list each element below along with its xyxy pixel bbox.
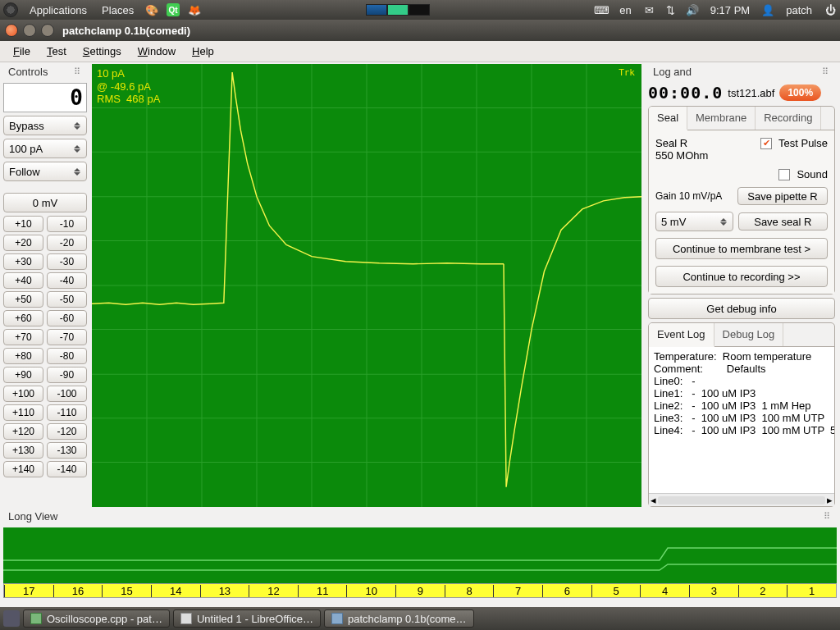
range-combo[interactable]: 100 pA [3, 139, 87, 158]
tab-debug-log[interactable]: Debug Log [714, 323, 784, 346]
ruler-tick: 3 [689, 585, 738, 597]
menu-settings[interactable]: Settings [76, 43, 128, 60]
chevron-updown-icon [73, 145, 81, 153]
ruler-tick: 17 [4, 585, 53, 597]
keyboard-icon[interactable]: ⌨ [595, 3, 608, 16]
voltage-step-button[interactable]: -130 [47, 442, 87, 459]
save-seal-button[interactable]: Save seal R [738, 212, 828, 231]
voltage-step-button[interactable]: -90 [47, 367, 87, 383]
ruler-tick: 6 [542, 585, 591, 597]
log-line: Comment: Defaults [654, 363, 829, 375]
ruler-tick: 10 [346, 585, 395, 597]
sound-checkbox[interactable]: Sound [778, 168, 828, 180]
test-pulse-checkbox[interactable]: ✔ Test Pulse [760, 137, 828, 149]
scroll-thumb[interactable] [658, 496, 825, 504]
scroll-left-icon[interactable]: ◂ [651, 494, 656, 506]
readout-display: 0 [3, 83, 87, 112]
voltage-step-button[interactable]: +30 [3, 253, 43, 270]
user-icon[interactable]: 👤 [761, 3, 774, 16]
qt-icon[interactable]: Qt [167, 3, 180, 16]
panel-handle-icon[interactable]: ⠿ [822, 66, 830, 77]
voltage-step-button[interactable]: +60 [3, 310, 43, 326]
log-panel: Event Log Debug Log Temperature: Room te… [648, 322, 835, 507]
voltage-step-button[interactable]: +40 [3, 272, 43, 289]
voltage-step-button[interactable]: -80 [47, 348, 87, 364]
network-icon[interactable]: ⇅ [664, 3, 678, 16]
menu-file[interactable]: File [7, 43, 37, 60]
tab-seal[interactable]: Seal [649, 107, 687, 130]
voltage-step-grid: +10-10+20-20+30-30+40-40+50-50+60-60+70-… [3, 216, 87, 477]
firefox-icon[interactable]: 🦊 [188, 3, 201, 16]
continue-membrane-button[interactable]: Continue to membrane test > [655, 238, 828, 259]
scope-panel: 10 pA @ -49.6 pA RMS 468 pA Trk [90, 62, 643, 509]
zero-mv-button[interactable]: 0 mV [3, 193, 87, 212]
panel-handle-icon[interactable]: ⠿ [824, 511, 832, 522]
tab-event-log[interactable]: Event Log [649, 323, 714, 347]
voltage-step-button[interactable]: -60 [47, 310, 87, 326]
voltage-step-button[interactable]: -30 [47, 253, 87, 270]
applications-menu[interactable]: Applications [26, 4, 90, 16]
longview-ruler[interactable]: 1716151413121110987654321 [3, 583, 837, 598]
timer-display: 00:00.0 [648, 83, 723, 103]
voltage-step-button[interactable]: -20 [47, 235, 87, 251]
app-icon [331, 613, 343, 624]
window-minimize-button[interactable] [23, 24, 36, 37]
show-desktop-icon[interactable] [3, 610, 20, 627]
voltage-step-button[interactable]: +110 [3, 404, 43, 421]
voltage-step-button[interactable]: -140 [47, 461, 87, 477]
voltage-step-button[interactable]: +70 [3, 329, 43, 345]
window-maximize-button[interactable] [41, 24, 54, 37]
longview-display[interactable] [3, 527, 837, 583]
voltage-step-button[interactable]: +90 [3, 367, 43, 383]
checkbox-icon [778, 169, 790, 180]
continue-recording-button[interactable]: Continue to recording >> [655, 266, 828, 287]
panel-handle-icon[interactable]: ⠿ [74, 66, 82, 77]
task-patchclamp[interactable]: patchclamp 0.1b(come… [324, 609, 474, 628]
oscilloscope-display[interactable]: 10 pA @ -49.6 pA RMS 468 pA Trk [92, 64, 641, 507]
get-debug-button[interactable]: Get debug info [648, 298, 835, 319]
voltage-step-button[interactable]: +80 [3, 348, 43, 364]
voltage-step-button[interactable]: +130 [3, 442, 43, 459]
menu-help[interactable]: Help [185, 43, 221, 60]
workspace-indicator[interactable] [366, 4, 430, 16]
voltage-step-button[interactable]: +50 [3, 291, 43, 308]
log-body[interactable]: Temperature: Room temperatureComment: De… [649, 347, 834, 493]
mode-combo-label: Bypass [9, 120, 44, 132]
voltage-step-button[interactable]: -50 [47, 291, 87, 308]
mode-combo[interactable]: Bypass [3, 116, 87, 135]
voltage-step-button[interactable]: +140 [3, 461, 43, 477]
voltage-step-button[interactable]: -110 [47, 404, 87, 421]
lang-indicator[interactable]: en [616, 4, 634, 16]
ubuntu-logo-icon[interactable] [3, 2, 18, 17]
follow-combo[interactable]: Follow [3, 162, 87, 181]
save-pipette-button[interactable]: Save pipette R [737, 187, 828, 205]
menu-test[interactable]: Test [40, 43, 73, 60]
voltage-step-button[interactable]: +10 [3, 216, 43, 232]
window-titlebar[interactable]: patchclamp 0.1b(comedi) [0, 20, 840, 41]
menu-window[interactable]: Window [131, 43, 182, 60]
voltage-step-button[interactable]: +100 [3, 386, 43, 402]
tab-recording[interactable]: Recording [756, 107, 821, 130]
places-menu[interactable]: Places [98, 4, 137, 16]
task-libreoffice[interactable]: Untitled 1 - LibreOffice… [173, 609, 321, 628]
voltage-step-button[interactable]: -70 [47, 329, 87, 345]
scroll-right-icon[interactable]: ▸ [827, 494, 833, 506]
voltage-step-button[interactable]: -40 [47, 272, 87, 289]
user-menu[interactable]: patch [783, 4, 815, 16]
clock[interactable]: 9:17 PM [707, 4, 753, 16]
power-icon[interactable]: ⏻ [824, 3, 837, 16]
volume-icon[interactable]: 🔊 [686, 3, 699, 16]
voltage-step-button[interactable]: -120 [47, 423, 87, 440]
voltage-step-button[interactable]: -10 [47, 216, 87, 232]
gain-combo[interactable]: 5 mV [655, 212, 733, 231]
checkbox-icon: ✔ [760, 138, 772, 149]
tab-membrane[interactable]: Membrane [687, 107, 756, 130]
voltage-step-button[interactable]: +120 [3, 423, 43, 440]
log-scrollbar[interactable]: ◂ ▸ [649, 493, 834, 506]
voltage-step-button[interactable]: +20 [3, 235, 43, 251]
voltage-step-button[interactable]: -100 [47, 386, 87, 402]
mail-icon[interactable]: ✉ [643, 3, 656, 16]
task-oscilloscope[interactable]: Oscilloscope.cpp - pat… [23, 609, 170, 628]
gimp-icon[interactable]: 🎨 [145, 3, 158, 16]
window-close-button[interactable] [5, 24, 18, 37]
